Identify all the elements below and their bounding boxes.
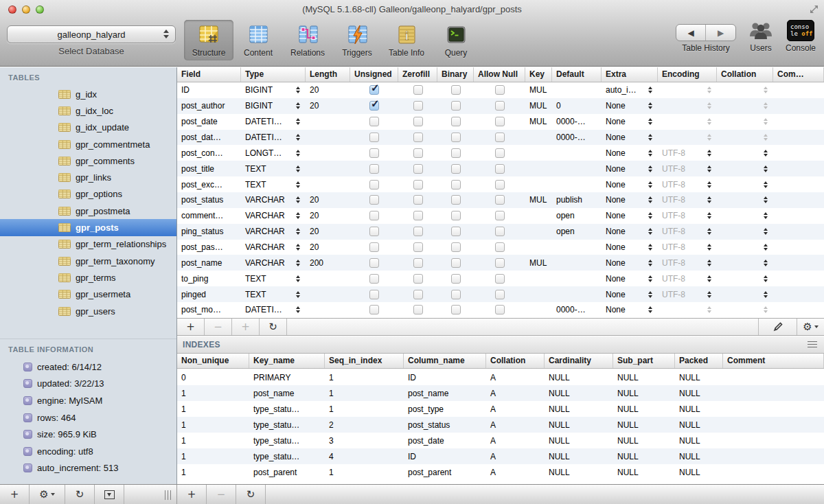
stepper-control[interactable]	[707, 260, 711, 266]
checkbox[interactable]	[413, 258, 423, 268]
checkbox[interactable]	[413, 274, 423, 284]
stepper-control[interactable]	[707, 212, 711, 219]
sidebar-table-item[interactable]: gpr_options	[0, 186, 176, 203]
checkbox[interactable]	[451, 227, 461, 236]
checkbox[interactable]	[413, 164, 423, 174]
checkbox[interactable]	[413, 227, 423, 236]
column-header[interactable]: Field	[177, 67, 241, 82]
duplicate-field-button[interactable]: +	[232, 319, 260, 335]
checkbox[interactable]	[495, 117, 505, 126]
stepper-control[interactable]	[764, 118, 768, 125]
sidebar-table-item[interactable]: gpr_term_taxonomy	[0, 253, 176, 269]
stepper-control[interactable]	[764, 291, 768, 298]
column-header[interactable]: Sub_part	[613, 354, 675, 368]
field-row[interactable]: post_titleTEXTNoneUTF-8	[177, 161, 824, 176]
column-header[interactable]: Non_unique	[177, 354, 249, 368]
table-actions-gear-button[interactable]: ⚙	[30, 485, 65, 504]
checkbox[interactable]	[413, 242, 423, 252]
refresh-indexes-button[interactable]: ↻	[236, 485, 266, 504]
stepper-control[interactable]	[707, 275, 711, 282]
checkbox[interactable]	[413, 85, 423, 95]
column-header[interactable]: Default	[552, 67, 602, 82]
edit-field-button[interactable]	[758, 319, 797, 335]
checkbox[interactable]	[413, 180, 423, 190]
sidebar-table-item[interactable]: gpr_commentmeta	[0, 136, 176, 152]
checkbox[interactable]	[369, 101, 379, 111]
stepper-control[interactable]	[648, 306, 652, 313]
tab-query[interactable]: Query	[431, 20, 481, 60]
column-header[interactable]: Packed	[675, 354, 723, 368]
checkbox[interactable]	[451, 164, 461, 174]
checkbox[interactable]	[495, 101, 505, 111]
checkbox[interactable]	[451, 274, 461, 284]
checkbox[interactable]	[413, 211, 423, 220]
stepper-control[interactable]	[296, 291, 300, 298]
index-row[interactable]: 1type_statu…3post_dateANULLNULLNULL	[177, 433, 824, 448]
checkbox[interactable]	[413, 133, 423, 142]
history-back-button[interactable]: ◀	[676, 25, 707, 41]
column-header[interactable]: Comment	[723, 354, 824, 368]
add-index-button[interactable]: +	[177, 485, 207, 504]
checkbox[interactable]	[495, 85, 505, 95]
stepper-control[interactable]	[764, 244, 768, 251]
checkbox[interactable]	[495, 164, 505, 174]
stepper-control[interactable]	[296, 150, 300, 157]
checkbox[interactable]	[451, 148, 461, 158]
column-header[interactable]: Type	[241, 67, 306, 82]
toggle-console-button[interactable]	[95, 485, 124, 504]
checkbox[interactable]	[369, 211, 379, 220]
refresh-tables-button[interactable]: ↻	[65, 485, 95, 504]
checkbox[interactable]	[369, 305, 379, 314]
checkbox[interactable]	[369, 180, 379, 190]
checkbox[interactable]	[495, 195, 505, 205]
stepper-control[interactable]	[296, 275, 300, 282]
checkbox[interactable]	[451, 180, 461, 190]
field-row[interactable]: IDBIGINT20MULauto_i…	[177, 82, 824, 98]
field-row[interactable]: post_mo…DATETI…0000-…None	[177, 302, 824, 318]
checkbox[interactable]	[369, 227, 379, 236]
checkbox[interactable]	[451, 258, 461, 268]
checkbox[interactable]	[495, 227, 505, 236]
checkbox[interactable]	[369, 195, 379, 205]
remove-index-button[interactable]: −	[207, 485, 236, 504]
checkbox[interactable]	[369, 133, 379, 142]
checkbox[interactable]	[369, 117, 379, 126]
stepper-control[interactable]	[764, 306, 768, 313]
field-row[interactable]: pingedTEXTNoneUTF-8	[177, 286, 824, 302]
stepper-control[interactable]	[707, 165, 711, 172]
checkbox[interactable]	[451, 242, 461, 252]
checkbox[interactable]	[369, 242, 379, 252]
stepper-control[interactable]	[648, 181, 652, 188]
sidebar-table-item[interactable]: g_idx	[0, 86, 176, 102]
checkbox[interactable]	[495, 133, 505, 142]
stepper-control[interactable]	[648, 196, 652, 203]
stepper-control[interactable]	[707, 118, 711, 125]
field-row[interactable]: post_authorBIGINT20MUL0None	[177, 98, 824, 114]
stepper-control[interactable]	[707, 102, 711, 109]
column-header[interactable]: Zerofill	[398, 67, 437, 82]
add-field-button[interactable]: +	[177, 319, 205, 335]
index-row[interactable]: 1type_statu…1post_typeANULLNULLNULL	[177, 401, 824, 417]
checkbox[interactable]	[451, 195, 461, 205]
sidebar-table-item[interactable]: gpr_posts	[0, 219, 176, 236]
stepper-control[interactable]	[707, 196, 711, 203]
stepper-control[interactable]	[648, 212, 652, 219]
checkbox[interactable]	[451, 101, 461, 111]
database-select[interactable]: galleonp_halyard	[7, 25, 176, 43]
stepper-control[interactable]	[764, 196, 768, 203]
stepper-control[interactable]	[648, 87, 652, 93]
stepper-control[interactable]	[296, 87, 300, 93]
sidebar-table-item[interactable]: gpr_usermeta	[0, 286, 176, 303]
stepper-control[interactable]	[296, 165, 300, 172]
checkbox[interactable]	[413, 117, 423, 126]
sidebar-table-item[interactable]: gpr_users	[0, 303, 176, 319]
sidebar-table-item[interactable]: g_idx_update	[0, 119, 176, 136]
index-row[interactable]: 1post_name1post_nameANULLNULLNULL	[177, 385, 824, 401]
checkbox[interactable]	[369, 290, 379, 299]
stepper-control[interactable]	[648, 165, 652, 172]
checkbox[interactable]	[413, 148, 423, 158]
checkbox[interactable]	[495, 305, 505, 314]
stepper-control[interactable]	[764, 134, 768, 141]
users-button[interactable]: Users	[748, 20, 773, 53]
column-header[interactable]: Encoding	[658, 67, 717, 82]
